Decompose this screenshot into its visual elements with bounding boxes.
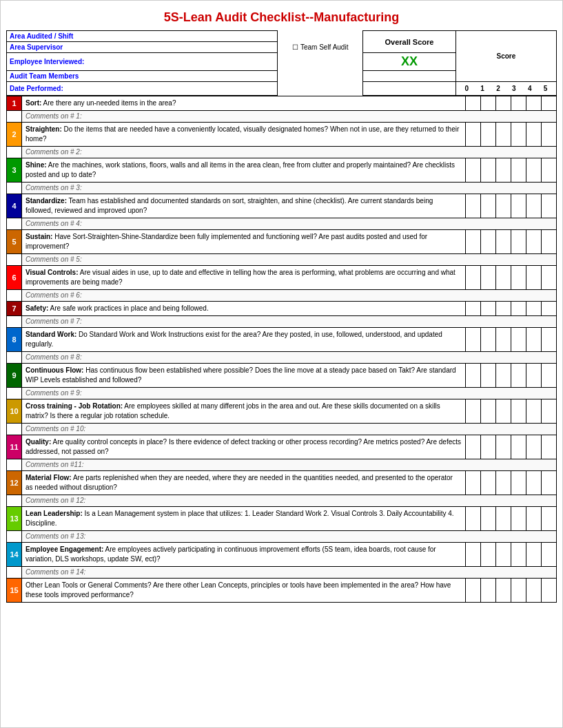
score-cell-1-5[interactable] [542, 96, 557, 111]
score-cell-2-5[interactable] [542, 123, 557, 147]
score-cell-8-1[interactable] [481, 328, 496, 352]
score-cell-6-3[interactable] [511, 266, 526, 290]
score-cell-2-1[interactable] [481, 123, 496, 147]
score-cell-4-4[interactable] [526, 194, 542, 218]
score-cell-4-1[interactable] [481, 194, 496, 218]
score-cell-10-3[interactable] [511, 399, 526, 424]
score-cell-1-0[interactable] [466, 96, 481, 111]
score-cell-5-1[interactable] [481, 230, 496, 254]
score-cell-11-0[interactable] [466, 435, 481, 459]
score-cell-9-5[interactable] [542, 364, 557, 388]
score-cell-3-1[interactable] [481, 158, 496, 183]
score-cell-9-1[interactable] [481, 364, 496, 388]
score-cell-10-1[interactable] [481, 399, 496, 424]
score-cell-2-0[interactable] [466, 123, 481, 147]
score-cell-15-3[interactable] [511, 579, 526, 603]
score-cell-8-2[interactable] [496, 328, 511, 352]
score-cell-8-3[interactable] [511, 328, 526, 352]
score-cell-6-4[interactable] [526, 266, 542, 290]
score-cell-8-4[interactable] [526, 328, 542, 352]
area-audited-value[interactable] [108, 31, 278, 42]
date-performed-value[interactable] [108, 82, 278, 96]
score-cell-4-0[interactable] [466, 194, 481, 218]
score-cell-13-2[interactable] [496, 507, 511, 531]
score-cell-9-2[interactable] [496, 364, 511, 388]
score-cell-13-4[interactable] [526, 507, 542, 531]
audit-team-value[interactable] [108, 71, 278, 82]
score-cell-5-0[interactable] [466, 230, 481, 254]
score-cell-4-5[interactable] [542, 194, 557, 218]
score-col-5: 5 [538, 83, 553, 94]
score-cell-6-5[interactable] [542, 266, 557, 290]
score-cell-7-1[interactable] [481, 302, 496, 316]
score-cell-12-3[interactable] [511, 471, 526, 495]
score-cell-14-2[interactable] [496, 543, 511, 567]
score-cell-11-3[interactable] [511, 435, 526, 459]
score-cell-15-2[interactable] [496, 579, 511, 603]
score-cell-5-4[interactable] [526, 230, 542, 254]
checklist-table: 1Sort: Are there any un-needed items in … [6, 96, 557, 603]
score-cell-15-0[interactable] [466, 579, 481, 603]
score-cell-12-0[interactable] [466, 471, 481, 495]
score-cell-9-3[interactable] [511, 364, 526, 388]
score-cell-6-2[interactable] [496, 266, 511, 290]
score-cell-13-0[interactable] [466, 507, 481, 531]
score-cell-13-3[interactable] [511, 507, 526, 531]
score-cell-12-1[interactable] [481, 471, 496, 495]
score-cell-7-3[interactable] [511, 302, 526, 316]
score-cell-13-1[interactable] [481, 507, 496, 531]
score-cell-14-1[interactable] [481, 543, 496, 567]
score-cell-11-1[interactable] [481, 435, 496, 459]
score-cell-11-5[interactable] [542, 435, 557, 459]
score-cell-12-2[interactable] [496, 471, 511, 495]
score-cell-2-2[interactable] [496, 123, 511, 147]
score-cell-7-2[interactable] [496, 302, 511, 316]
score-cell-7-4[interactable] [526, 302, 542, 316]
score-cell-9-0[interactable] [466, 364, 481, 388]
score-cell-14-0[interactable] [466, 543, 481, 567]
score-cell-4-2[interactable] [496, 194, 511, 218]
item-desc-12: Material Flow: Are parts replenished whe… [22, 471, 466, 495]
score-cell-11-4[interactable] [526, 435, 542, 459]
score-cell-12-5[interactable] [542, 471, 557, 495]
score-cell-13-5[interactable] [542, 507, 557, 531]
score-cell-15-5[interactable] [542, 579, 557, 603]
score-cell-15-1[interactable] [481, 579, 496, 603]
score-cell-11-2[interactable] [496, 435, 511, 459]
score-cell-3-0[interactable] [466, 158, 481, 183]
score-cell-3-2[interactable] [496, 158, 511, 183]
score-cell-5-5[interactable] [542, 230, 557, 254]
area-supervisor-value[interactable] [108, 42, 278, 53]
score-cell-5-2[interactable] [496, 230, 511, 254]
score-cell-14-4[interactable] [526, 543, 542, 567]
score-cell-6-0[interactable] [466, 266, 481, 290]
score-cell-9-4[interactable] [526, 364, 542, 388]
score-cell-7-5[interactable] [542, 302, 557, 316]
score-cell-3-4[interactable] [526, 158, 542, 183]
score-cell-5-3[interactable] [511, 230, 526, 254]
score-cell-15-4[interactable] [526, 579, 542, 603]
score-cell-1-4[interactable] [526, 96, 542, 111]
score-cell-10-5[interactable] [542, 399, 557, 424]
checklist-row-15: 15Other Lean Tools or General Comments? … [7, 579, 557, 603]
score-cell-1-3[interactable] [511, 96, 526, 111]
score-cell-8-0[interactable] [466, 328, 481, 352]
score-cell-10-0[interactable] [466, 399, 481, 424]
score-cell-6-1[interactable] [481, 266, 496, 290]
score-cell-2-3[interactable] [511, 123, 526, 147]
score-cell-1-2[interactable] [496, 96, 511, 111]
score-cell-3-3[interactable] [511, 158, 526, 183]
score-cell-14-3[interactable] [511, 543, 526, 567]
score-cell-14-5[interactable] [542, 543, 557, 567]
score-cell-12-4[interactable] [526, 471, 542, 495]
score-cell-8-5[interactable] [542, 328, 557, 352]
score-cell-7-0[interactable] [466, 302, 481, 316]
score-cell-4-3[interactable] [511, 194, 526, 218]
score-cell-10-2[interactable] [496, 399, 511, 424]
score-cell-2-4[interactable] [526, 123, 542, 147]
employee-interviewed-value[interactable] [108, 53, 278, 71]
comment-label-9: Comments on # 9: [22, 388, 557, 399]
score-cell-10-4[interactable] [526, 399, 542, 424]
score-cell-1-1[interactable] [481, 96, 496, 111]
score-cell-3-5[interactable] [542, 158, 557, 183]
